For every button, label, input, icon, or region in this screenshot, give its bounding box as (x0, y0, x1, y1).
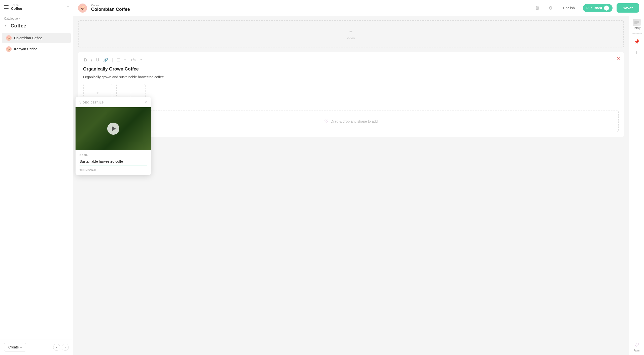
tenant-label: Tenant (11, 4, 22, 7)
editor-toolbar: B I U 🔗 ☰ ≡ </> ❝ (83, 57, 619, 63)
rich-content-block: ✕ B I U 🔗 ☰ ≡ </> ❝ Organically Grown Co… (78, 52, 624, 137)
bold-button[interactable]: B (83, 57, 88, 63)
scroll-controls: ‹ › (53, 344, 69, 351)
trash-button[interactable]: 🗑 (533, 4, 542, 13)
save-button[interactable]: Save* (617, 3, 639, 13)
sidebar-header: Tenant Coffee ▾ (0, 0, 73, 14)
page-title: Colombian Coffee (91, 7, 130, 12)
sidebar-footer: Create + ‹ › (0, 339, 73, 355)
content-area: + video ✕ B I U 🔗 ☰ ≡ </> ❝ Org (73, 16, 644, 355)
scroll-prev-button[interactable]: ‹ (53, 344, 60, 351)
sidebar-items: 🐷 Colombian Coffee 🐷 Kenyan Coffee (0, 31, 73, 339)
plus-icon: + (96, 90, 99, 96)
video-details-modal: VIDEO DETAILS × NAME TH (76, 97, 151, 175)
block-heading[interactable]: Organically Grown Coffee (83, 66, 619, 72)
heart-icon: ♡ (324, 119, 328, 124)
video-label: video (347, 36, 355, 40)
name-input[interactable] (80, 158, 147, 165)
svg-rect-1 (634, 22, 639, 23)
main-area: 🐷 Coffee Colombian Coffee 🗑 ⚙ English Pu… (73, 0, 644, 355)
chevron-down-icon[interactable]: ▾ (67, 5, 69, 9)
svg-rect-2 (634, 23, 637, 24)
sidebar-item-colombian-coffee[interactable]: 🐷 Colombian Coffee (2, 33, 71, 43)
topbar-parent: Coffee (91, 4, 130, 7)
modal-title: VIDEO DETAILS (80, 101, 104, 104)
play-button[interactable] (107, 123, 119, 135)
history-label: History (633, 27, 640, 29)
history-button[interactable]: History (633, 19, 641, 29)
pin-button[interactable]: 📌 (633, 38, 641, 46)
modal-close-button[interactable]: × (145, 100, 147, 105)
back-section: ← Coffee (0, 21, 73, 31)
play-triangle-icon (112, 126, 116, 131)
topbar-titles: Coffee Colombian Coffee (91, 4, 130, 12)
tenant-name: Coffee (11, 7, 22, 11)
history-icon (633, 19, 641, 26)
right-panel-divider (632, 33, 642, 34)
add-video-button[interactable]: + video (79, 21, 623, 48)
back-arrow-icon[interactable]: ← (4, 23, 9, 28)
right-panel-bottom: ♡ Farm (634, 342, 639, 352)
media-row: + image + video (83, 84, 619, 106)
modal-header: VIDEO DETAILS × (76, 97, 151, 107)
section-title: Coffee (11, 23, 26, 29)
tenant-info: Tenant Coffee (11, 4, 22, 11)
name-field-label: NAME (80, 154, 147, 156)
name-field-section: NAME (80, 154, 147, 165)
video-block: + video (78, 20, 624, 48)
toolbar-separator (112, 58, 113, 62)
colombian-coffee-icon: 🐷 (6, 35, 12, 41)
italic-button[interactable]: I (90, 57, 93, 63)
code-button[interactable]: </> (129, 57, 137, 63)
sidebar-item-kenyan-coffee[interactable]: 🐷 Kenyan Coffee (2, 44, 71, 54)
create-button[interactable]: Create + (4, 343, 26, 351)
editor-area: + video ✕ B I U 🔗 ☰ ≡ </> ❝ Org (73, 16, 629, 355)
add-section-button[interactable]: + (633, 49, 641, 57)
drag-drop-area[interactable]: ♡ Drag & drop any shape to add (83, 111, 619, 132)
scroll-next-button[interactable]: › (62, 344, 69, 351)
farm-label: Farm (634, 349, 639, 352)
quote-button[interactable]: ❝ (139, 57, 144, 63)
farm-button[interactable]: ♡ Farm (634, 342, 639, 352)
thumbnail-label: THUMBNAIL (80, 169, 147, 172)
right-panel: History 📌 + ♡ Farm (629, 16, 644, 355)
colombian-coffee-label: Colombian Coffee (14, 36, 42, 40)
underline-button[interactable]: U (95, 57, 100, 63)
settings-button[interactable]: ⚙ (546, 4, 555, 13)
ordered-list-button[interactable]: ≡ (123, 57, 127, 63)
plus-icon: + (349, 28, 353, 35)
plus-icon: + (130, 91, 132, 95)
block-body[interactable]: Organically grown and sustainable harves… (83, 74, 619, 80)
sidebar: Tenant Coffee ▾ Catalogue › ← Coffee 🐷 C… (0, 0, 73, 355)
drag-drop-text: Drag & drop any shape to add (331, 119, 378, 123)
published-toggle[interactable]: Published (583, 4, 613, 12)
toggle-knob (604, 6, 609, 11)
modal-body: NAME THUMBNAIL (76, 150, 151, 175)
kenyan-coffee-label: Kenyan Coffee (14, 47, 37, 51)
breadcrumb: Catalogue › (0, 14, 73, 21)
svg-rect-0 (634, 21, 639, 22)
list-button[interactable]: ☰ (116, 57, 121, 63)
link-button[interactable]: 🔗 (102, 57, 109, 63)
kenyan-coffee-icon: 🐷 (6, 46, 12, 52)
published-label: Published (586, 6, 602, 10)
language-selector[interactable]: English (559, 6, 579, 10)
topbar-icon: 🐷 (78, 4, 87, 13)
close-block-button[interactable]: ✕ (617, 56, 620, 61)
sidebar-header-left: Tenant Coffee (4, 4, 22, 11)
topbar: 🐷 Coffee Colombian Coffee 🗑 ⚙ English Pu… (73, 0, 644, 16)
farm-heart-icon: ♡ (634, 342, 639, 348)
hamburger-icon[interactable] (4, 5, 9, 9)
modal-video-preview (76, 107, 151, 150)
